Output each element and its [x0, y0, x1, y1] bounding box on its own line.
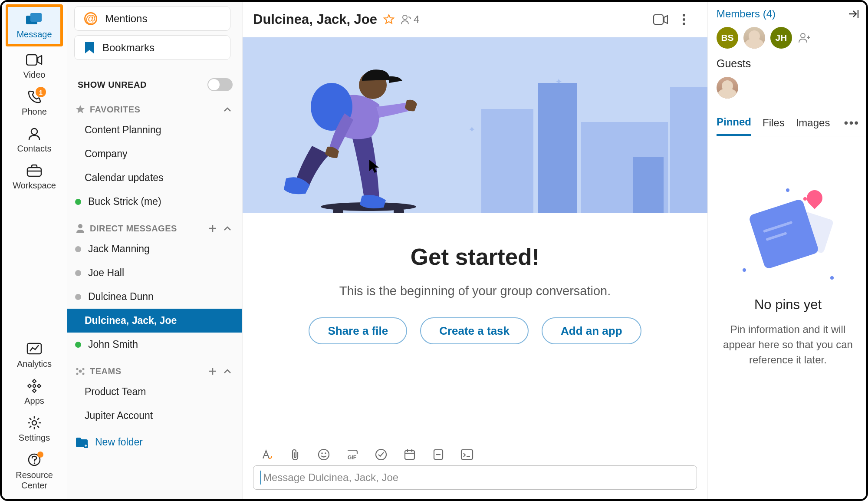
mentions-pill[interactable]: @ Mentions	[74, 6, 230, 31]
chevron-up-icon[interactable]	[222, 104, 233, 115]
collapse-panel-icon[interactable]	[847, 9, 859, 19]
members-link[interactable]: Members (4)	[717, 8, 776, 20]
analytics-icon	[26, 342, 43, 356]
svg-point-22	[683, 23, 685, 25]
nav-video[interactable]: Video	[6, 47, 62, 84]
nav-label: Video	[23, 70, 46, 80]
list-item[interactable]: John Smith	[67, 333, 242, 356]
nav-settings[interactable]: Settings	[6, 410, 62, 447]
svg-rect-33	[405, 451, 414, 459]
section-title: TEAMS	[90, 366, 203, 376]
conversation-list-panel: @ Mentions Bookmarks SHOW UNREAD FAVORIT…	[67, 2, 243, 499]
pin-illustration	[743, 188, 834, 280]
list-item[interactable]: Jupiter Account	[67, 404, 242, 428]
nav-analytics[interactable]: Analytics	[6, 336, 62, 373]
list-item[interactable]: Dulcinea Dunn	[67, 285, 242, 309]
add-icon[interactable]	[207, 366, 218, 376]
svg-point-13	[76, 368, 79, 370]
avatar[interactable]	[743, 27, 765, 49]
chevron-up-icon[interactable]	[222, 366, 233, 376]
nav-label: Analytics	[17, 359, 52, 369]
section-title: DIRECT MESSAGES	[90, 224, 203, 234]
section-dm-header[interactable]: DIRECT MESSAGES	[74, 214, 235, 237]
welcome-block: Get started! This is the beginning of yo…	[243, 213, 707, 440]
avatar[interactable]: BS	[717, 27, 738, 49]
avatar[interactable]	[717, 77, 738, 99]
presence-online-icon	[75, 199, 81, 205]
message-input-wrapper[interactable]	[253, 465, 697, 490]
list-item[interactable]: Joe Hall	[67, 261, 242, 285]
svg-point-21	[683, 18, 685, 21]
team-icon	[75, 366, 85, 376]
nav-message[interactable]: Message	[6, 4, 63, 46]
presence-offline-icon	[75, 294, 81, 300]
more-menu-icon[interactable]	[675, 11, 693, 28]
svg-point-7	[33, 385, 36, 387]
folder-add-icon	[75, 437, 88, 448]
new-folder-button[interactable]: New folder	[67, 430, 242, 454]
chevron-up-icon[interactable]	[222, 223, 233, 234]
calendar-icon[interactable]	[403, 448, 416, 461]
right-panel: Members (4) BS JH Guests Pinned Files Im…	[708, 2, 866, 499]
svg-point-16	[82, 373, 85, 375]
list-item-selected[interactable]: Dulcinea, Jack, Joe	[67, 309, 242, 333]
list-item[interactable]: Company	[67, 142, 242, 166]
show-unread-toggle[interactable]	[207, 78, 233, 91]
members-icon[interactable]: 4	[401, 13, 419, 26]
presence-offline-icon	[75, 270, 81, 276]
format-icon[interactable]	[260, 448, 273, 461]
svg-point-20	[683, 14, 685, 16]
svg-point-3	[31, 129, 37, 135]
gif-icon[interactable]: GIF	[346, 448, 359, 461]
nav-phone[interactable]: 1 Phone	[6, 84, 62, 121]
presence-offline-icon	[75, 246, 81, 252]
presence-online-icon	[75, 342, 81, 348]
svg-rect-2	[26, 55, 37, 65]
add-icon[interactable]	[207, 223, 218, 234]
welcome-subtitle: This is the beginning of your group conv…	[260, 284, 690, 298]
tab-pinned[interactable]: Pinned	[717, 112, 751, 136]
nav-resource-center[interactable]: Resource Center	[6, 447, 62, 498]
code-icon[interactable]	[460, 448, 473, 461]
svg-point-30	[325, 452, 326, 454]
favorite-star-icon[interactable]	[383, 14, 395, 25]
badge: 1	[36, 87, 46, 97]
bookmark-icon	[84, 41, 95, 54]
add-app-button[interactable]: Add an app	[542, 317, 641, 344]
welcome-title: Get started!	[260, 244, 690, 270]
tab-images[interactable]: Images	[796, 112, 830, 135]
nav-workspace[interactable]: Workspace	[6, 158, 62, 195]
svg-rect-1	[30, 13, 42, 22]
tab-more-icon[interactable]: •••	[844, 112, 859, 136]
main-pane: Dulcinea, Jack, Joe 4 ✦ ✦ ✦	[243, 2, 708, 499]
list-item[interactable]: Buck Strick (me)	[67, 190, 242, 214]
section-teams-header[interactable]: TEAMS	[74, 356, 235, 380]
bookmarks-pill[interactable]: Bookmarks	[74, 35, 230, 60]
share-file-button[interactable]: Share a file	[309, 317, 407, 344]
attach-icon[interactable]	[289, 448, 302, 461]
new-folder-label: New folder	[95, 436, 143, 448]
note-icon[interactable]	[432, 448, 445, 461]
emoji-icon[interactable]	[317, 448, 330, 461]
start-video-icon[interactable]	[652, 11, 669, 28]
nav-apps[interactable]: Apps	[6, 373, 62, 410]
nav-contacts[interactable]: Contacts	[6, 121, 62, 158]
list-item[interactable]: Jack Manning	[67, 237, 242, 261]
section-title: FAVORITES	[90, 105, 218, 115]
nav-label: Resource Center	[6, 470, 62, 491]
tab-files[interactable]: Files	[763, 112, 785, 135]
workspace-icon	[26, 163, 43, 178]
message-input[interactable]	[263, 471, 690, 484]
skateboarder-illustration	[273, 46, 455, 213]
mentions-label: Mentions	[105, 13, 147, 25]
list-item[interactable]: Calendar updates	[67, 166, 242, 190]
task-check-icon[interactable]	[375, 448, 388, 461]
list-item[interactable]: Content Planning	[67, 118, 242, 142]
add-member-icon[interactable]	[797, 30, 812, 45]
conversation-header: Dulcinea, Jack, Joe 4	[243, 2, 707, 37]
create-task-button[interactable]: Create a task	[420, 317, 529, 344]
section-favorites-header[interactable]: FAVORITES	[74, 95, 235, 118]
svg-rect-19	[654, 15, 663, 24]
list-item[interactable]: Product Team	[67, 380, 242, 404]
avatar[interactable]: JH	[770, 27, 792, 49]
